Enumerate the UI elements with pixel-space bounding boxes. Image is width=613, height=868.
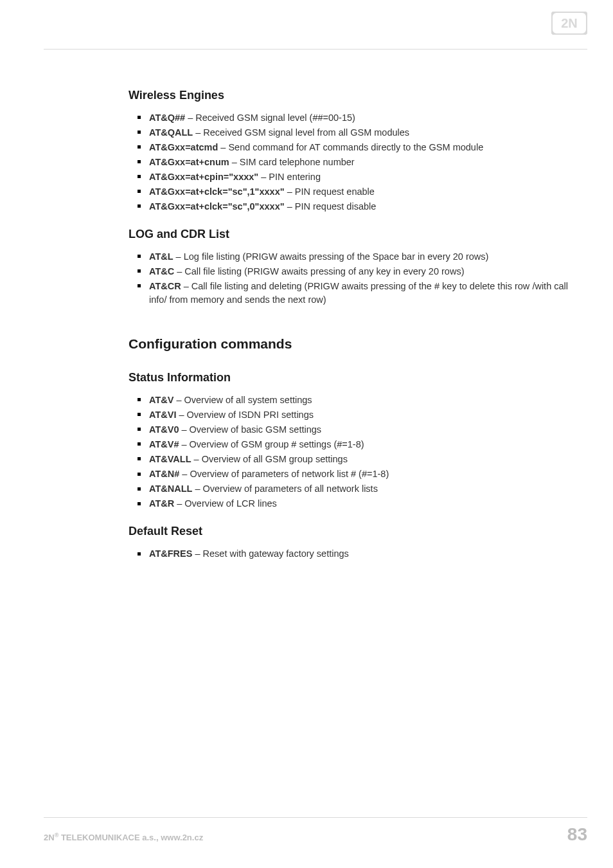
command-desc: – SIM card telephone number xyxy=(229,157,355,167)
list-log-cdr: AT&L – Log file listing (PRIGW awaits pr… xyxy=(129,250,568,307)
command-desc: – Received GSM signal level (##=00-15) xyxy=(185,113,355,123)
command-desc: – PIN entering xyxy=(258,172,321,182)
list-item: AT&Gxx=at+clck="sc",0"xxxx" – PIN reques… xyxy=(149,200,568,213)
command-code: AT&NALL xyxy=(149,484,192,494)
list-item: AT&VI – Overview of ISDN PRI settings xyxy=(149,408,568,422)
page-content: Wireless Engines AT&Q## – Received GSM s… xyxy=(129,82,568,575)
heading-default-reset: Default Reset xyxy=(129,525,568,538)
command-desc: – Overview of LCR lines xyxy=(174,498,277,509)
command-desc: – PIN request disable xyxy=(285,201,377,212)
list-item: AT&V – Overview of all system settings xyxy=(149,393,568,407)
list-item: AT&Gxx=at+clck="sc",1"xxxx" – PIN reques… xyxy=(149,185,568,199)
command-code: AT&VI xyxy=(149,410,176,420)
heading-wireless-engines: Wireless Engines xyxy=(129,89,568,102)
list-item: AT&Gxx=atcmd – Send command for AT comma… xyxy=(149,141,568,154)
footer-company: 2N® TELEKOMUNIKACE a.s., www.2n.cz xyxy=(44,832,203,842)
command-code: AT&Gxx=at+clck="sc",0"xxxx" xyxy=(149,201,285,212)
command-desc: – Reset with gateway factory settings xyxy=(192,548,348,559)
list-item: AT&R – Overview of LCR lines xyxy=(149,497,568,511)
footer-divider xyxy=(44,817,587,818)
command-code: AT&Gxx=at+clck="sc",1"xxxx" xyxy=(149,186,285,197)
command-code: AT&V xyxy=(149,395,173,405)
list-item: AT&L – Log file listing (PRIGW awaits pr… xyxy=(149,250,568,264)
header-divider xyxy=(44,49,587,50)
footer-company-rest: TELEKOMUNIKACE a.s., www.2n.cz xyxy=(58,833,203,842)
footer-company-prefix: 2N xyxy=(44,833,55,842)
2n-logo-icon: 2N xyxy=(551,12,587,35)
command-code: AT&N# xyxy=(149,469,179,479)
footer: 2N® TELEKOMUNIKACE a.s., www.2n.cz 83 xyxy=(44,817,587,845)
svg-text:2N: 2N xyxy=(561,16,578,30)
list-item: AT&VALL – Overview of all GSM group sett… xyxy=(149,453,568,466)
page: 2N Wireless Engines AT&Q## – Received GS… xyxy=(0,0,613,868)
command-code: AT&C xyxy=(149,266,174,276)
command-desc: – Overview of basic GSM settings xyxy=(179,424,321,435)
command-code: AT&CR xyxy=(149,281,181,291)
heading-configuration-commands: Configuration commands xyxy=(129,336,568,352)
list-item: AT&NALL – Overview of parameters of all … xyxy=(149,482,568,496)
command-desc: – Call file listing and deleting (PRIGW … xyxy=(149,281,568,305)
command-code: AT&R xyxy=(149,498,174,509)
list-item: AT&C – Call file listing (PRIGW awaits p… xyxy=(149,265,568,278)
command-desc: – Overview of ISDN PRI settings xyxy=(176,410,314,420)
page-number: 83 xyxy=(567,824,587,845)
command-desc: – Overview of all GSM group settings xyxy=(191,454,348,464)
list-wireless-engines: AT&Q## – Received GSM signal level (##=0… xyxy=(129,111,568,213)
list-item: AT&Q## – Received GSM signal level (##=0… xyxy=(149,111,568,125)
command-desc: – Call file listing (PRIGW awaits pressi… xyxy=(174,266,464,276)
list-item: AT&V# – Overview of GSM group # settings… xyxy=(149,438,568,451)
command-desc: – Log file listing (PRIGW awaits pressin… xyxy=(173,251,489,262)
list-item: AT&V0 – Overview of basic GSM settings xyxy=(149,423,568,437)
list-status-information: AT&V – Overview of all system settings A… xyxy=(129,393,568,511)
command-desc: – Overview of all system settings xyxy=(173,395,312,405)
list-item: AT&Gxx=at+cpin="xxxx" – PIN entering xyxy=(149,170,568,184)
list-default-reset: AT&FRES – Reset with gateway factory set… xyxy=(129,547,568,561)
command-code: AT&L xyxy=(149,251,173,262)
command-code: AT&V0 xyxy=(149,424,179,435)
command-code: AT&Q## xyxy=(149,113,185,123)
command-desc: – Overview of GSM group # settings (#=1-… xyxy=(179,439,364,449)
command-desc: – Overview of parameters of network list… xyxy=(179,469,389,479)
command-code: AT&Gxx=atcmd xyxy=(149,142,218,152)
list-item: AT&Gxx=at+cnum – SIM card telephone numb… xyxy=(149,156,568,169)
command-code: AT&VALL xyxy=(149,454,191,464)
brand-logo: 2N xyxy=(551,12,587,35)
list-item: AT&QALL – Received GSM signal level from… xyxy=(149,126,568,140)
command-desc: – PIN request enable xyxy=(285,186,375,197)
list-item: AT&FRES – Reset with gateway factory set… xyxy=(149,547,568,561)
command-desc: – Overview of parameters of all network … xyxy=(192,484,378,494)
heading-status-information: Status Information xyxy=(129,371,568,384)
command-desc: – Send command for AT commands directly … xyxy=(218,142,483,152)
command-code: AT&Gxx=at+cpin="xxxx" xyxy=(149,172,258,182)
heading-log-cdr: LOG and CDR List xyxy=(129,228,568,241)
footer-row: 2N® TELEKOMUNIKACE a.s., www.2n.cz 83 xyxy=(44,824,587,845)
command-desc: – Received GSM signal level from all GSM… xyxy=(193,127,409,138)
command-code: AT&QALL xyxy=(149,127,193,138)
list-item: AT&CR – Call file listing and deleting (… xyxy=(149,280,568,307)
command-code: AT&FRES xyxy=(149,548,192,559)
command-code: AT&V# xyxy=(149,439,179,449)
header: 2N xyxy=(0,0,613,49)
list-item: AT&N# – Overview of parameters of networ… xyxy=(149,467,568,481)
command-code: AT&Gxx=at+cnum xyxy=(149,157,229,167)
